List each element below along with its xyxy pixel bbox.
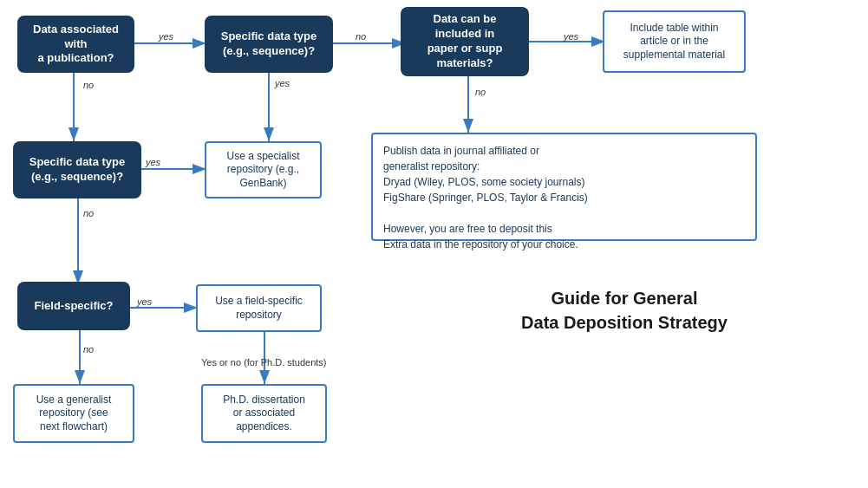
label-no2: no	[356, 31, 366, 42]
box-phd-dissertation: Ph.D. dissertation or associated appendi…	[201, 384, 327, 443]
box-specific-type-mid: Specific data type (e.g., sequence)?	[13, 141, 141, 198]
box-include-table: Include table within article or in the s…	[603, 10, 746, 73]
label-no4: no	[83, 208, 94, 218]
box-specific-type-top: Specific data type (e.g., sequence)?	[205, 16, 333, 73]
box-field-repo: Use a field-specific repository	[196, 284, 322, 332]
guide-title: Guide for General Data Deposition Strate…	[468, 286, 780, 335]
flowchart: Data associated with a publication? Spec…	[0, 0, 868, 488]
label-yes3: yes	[275, 78, 290, 88]
box-generalist-repo: Use a generalist repository (see next fl…	[13, 384, 134, 443]
label-yes5: yes	[137, 296, 152, 307]
label-yes4: yes	[146, 157, 160, 167]
label-no3: no	[475, 87, 486, 97]
label-no5: no	[83, 344, 94, 355]
box-data-publication: Data associated with a publication?	[17, 16, 134, 73]
label-yes2: yes	[564, 31, 578, 42]
box-specialist-repo: Use a specialist repository (e.g., GenBa…	[205, 141, 322, 198]
box-data-included: Data can be included in paper or supp ma…	[401, 7, 529, 76]
label-yes1: yes	[159, 31, 173, 42]
label-no1: no	[83, 80, 94, 90]
publish-data-text: Publish data in journal affiliated or ge…	[383, 145, 588, 251]
box-field-specific: Field-specific?	[17, 282, 130, 330]
label-yes-or-no: Yes or no (for Ph.D. students)	[201, 357, 327, 368]
box-publish-data: Publish data in journal affiliated or ge…	[371, 133, 757, 241]
